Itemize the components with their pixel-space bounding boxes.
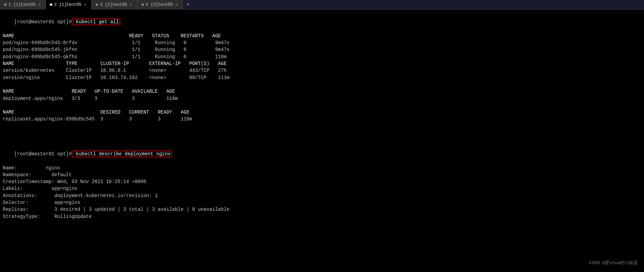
describe-labels: Labels: app=nginx — [3, 185, 641, 192]
svc-row-2: service/nginx ClusterIP 10.103.74.102 <n… — [3, 74, 641, 81]
new-tab-button[interactable]: + — [183, 2, 193, 8]
tab-2[interactable]: 2 [1]CentOS ✕ — [46, 0, 92, 10]
command-line-1: [root@master01 opt]# kubectl get all — [3, 12, 641, 33]
tab-1-dot — [4, 3, 6, 6]
tab-3[interactable]: 3 [2]CentOS ✕ — [92, 0, 137, 10]
table4-header: NAME DESIRED CURRENT READY AGE — [3, 109, 641, 116]
blank-2 — [3, 81, 641, 88]
cmd-1: kubectl get all — [72, 18, 120, 25]
tab-3-dot — [96, 3, 98, 6]
describe-name: Name: nginx — [3, 165, 641, 171]
blank-4 — [3, 123, 641, 130]
watermark: CSDN @爱show的小卤蛋 — [589, 260, 638, 266]
tab-4-dot — [141, 3, 144, 6]
describe-creation: CreationTimestamp: Wed, 03 Nov 2021 16:2… — [3, 178, 641, 185]
tab-1-close[interactable]: ✕ — [38, 2, 41, 7]
table1-header: NAME READY STATUS RESTARTS AGE — [3, 33, 641, 39]
pod-row-1: pod/nginx-699bd9c545-8rf4v 1/1 Running 0… — [3, 39, 641, 46]
describe-strategy: StrategyType: RollingUpdate — [3, 213, 641, 220]
tab-2-close[interactable]: ✕ — [83, 2, 87, 7]
blank-6 — [3, 137, 641, 143]
tab-2-label: 2 [1]CentOS — [54, 2, 81, 7]
describe-replicas: Replicas: 3 desired | 3 updated | 3 tota… — [3, 206, 641, 213]
tab-4-close[interactable]: ✕ — [175, 2, 179, 7]
tab-3-label: 3 [2]CentOS — [100, 2, 127, 7]
blank-3 — [3, 102, 641, 109]
cmd-2: kubectl describe deployment nginx — [72, 151, 172, 157]
pod-row-2: pod/nginx-699bd9c545-jkfnn 1/1 Running 0… — [3, 46, 641, 53]
table2-header: NAME TYPE CLUSTER-IP EXTERNAL-IP PORT(S)… — [3, 60, 641, 67]
tab-1-label: 1 [1]CentOS — [9, 2, 36, 7]
prompt-2: [root@master01 opt]# — [14, 151, 72, 157]
svc-row-1: service/kubernetes ClusterIP 10.96.0.1 <… — [3, 67, 641, 74]
terminal-content: [root@master01 opt]# kubectl get all NAM… — [0, 10, 644, 222]
command-line-2: [root@master01 opt]# kubectl describe de… — [3, 144, 641, 165]
describe-namespace: Namespace: default — [3, 171, 641, 178]
tab-4[interactable]: 4 [3]CentOS ✕ — [137, 0, 183, 10]
describe-selector: Selector: app=nginx — [3, 199, 641, 206]
prompt-1: [root@master01 opt]# — [14, 19, 72, 25]
tab-2-dot — [50, 3, 52, 6]
tab-1[interactable]: 1 [1]CentOS ✕ — [0, 0, 46, 10]
blank-5 — [3, 130, 641, 137]
rs-row-1: replicaset.apps/nginx-699bd9c545 3 3 3 1… — [3, 116, 641, 122]
deploy-row-1: deployment.apps/nginx 3/3 3 3 118m — [3, 95, 641, 102]
table3-header: NAME READY UP-TO-DATE AVAILABLE AGE — [3, 88, 641, 95]
tab-4-label: 4 [3]CentOS — [146, 2, 173, 7]
tab-3-close[interactable]: ✕ — [129, 2, 133, 7]
tab-bar: 1 [1]CentOS ✕ 2 [1]CentOS ✕ 3 [2]CentOS … — [0, 0, 644, 10]
pod-row-3: pod/nginx-699bd9c545-qkfhs 1/1 Running 0… — [3, 53, 641, 60]
describe-annotations: Annotations: deployment.kubernetes.io/re… — [3, 192, 641, 199]
